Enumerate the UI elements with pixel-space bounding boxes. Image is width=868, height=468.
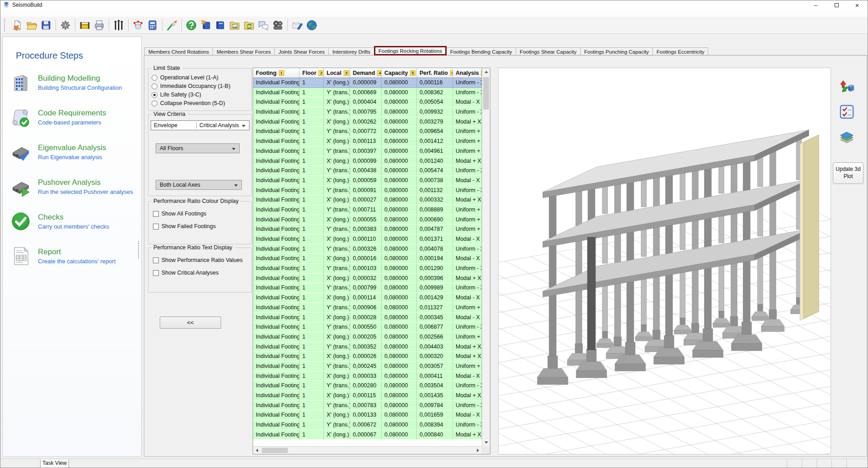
close-icon[interactable]: × xyxy=(847,0,868,9)
limit-state-radio[interactable]: Collapse Prevention (5-D) xyxy=(152,100,231,106)
floors-dropdown[interactable]: All Floors xyxy=(156,143,240,153)
results-tab[interactable]: Footings Shear Capacity xyxy=(516,47,581,55)
table-row[interactable]: Individual Footing 1 Y' (trans.) 0,00032… xyxy=(253,244,482,254)
section-icon[interactable] xyxy=(78,18,92,32)
help-icon[interactable] xyxy=(184,18,199,32)
book-icon[interactable] xyxy=(213,18,227,32)
table-row[interactable]: Individual Footing 1 X' (long.) 0,000033… xyxy=(253,372,482,381)
table-row[interactable]: Individual Footing 1 Y' (trans.) 0,00035… xyxy=(253,342,482,352)
table-row[interactable]: Individual Footing 1 X' (long.) 0,000059… xyxy=(253,176,482,186)
scroll-right-icon[interactable] xyxy=(474,447,482,454)
horizontal-scroll-thumb[interactable] xyxy=(262,448,288,453)
new-file-icon[interactable] xyxy=(10,18,24,32)
results-tab[interactable]: Footings Eccentricity xyxy=(652,47,708,55)
table-row[interactable]: Individual Footing 1 Y' (trans.) 0,00055… xyxy=(253,322,482,332)
table-row[interactable]: Individual Footing 1 X' (long.) 0,000205… xyxy=(253,332,482,342)
table-row[interactable]: Individual Footing 1 X' (long.) 0,000110… xyxy=(253,234,482,244)
table-row[interactable]: Individual Footing 1 X' (long.) 0,000099… xyxy=(253,156,482,166)
limit-state-radio[interactable]: Operational Level (1-A) xyxy=(152,74,231,81)
folder-sync-icon[interactable] xyxy=(242,18,256,32)
pen-letter-icon[interactable] xyxy=(290,18,305,32)
table-row[interactable]: Individual Footing 1 Y' (trans.) 0,00090… xyxy=(253,303,482,313)
axes-cube-icon[interactable] xyxy=(838,78,856,96)
table-row[interactable]: Individual Footing 1 X' (long.) 0,000113… xyxy=(253,137,482,147)
table-row[interactable]: Individual Footing 1 Y' (trans.) 0,00079… xyxy=(253,283,482,293)
checklist-icon[interactable] xyxy=(838,103,856,121)
colour-display-checkbox[interactable]: Show Failed Footings xyxy=(153,223,216,229)
3d-model-viewport[interactable] xyxy=(498,68,831,454)
table-row[interactable]: Individual Footing 1 X' (long.) 0,000016… xyxy=(253,254,482,264)
text-display-checkbox[interactable]: Show Critical Analyses xyxy=(153,270,243,276)
sidebar-item-report[interactable]: ReportCreate the calculations' report xyxy=(3,239,139,273)
table-row[interactable]: Individual Footing 1 X' (long.) 0,000032… xyxy=(253,274,482,284)
open-folder-icon[interactable] xyxy=(24,18,39,32)
table-row[interactable]: Individual Footing 1 Y' (trans.) 0,00010… xyxy=(253,264,482,274)
results-tab[interactable]: Footings Bending Capacity xyxy=(446,47,516,55)
model-3d-icon[interactable] xyxy=(131,18,145,32)
limit-state-radio[interactable]: Life Safety (3-C) xyxy=(152,92,231,98)
column-header[interactable]: Demand4 xyxy=(350,68,382,78)
calculator-icon[interactable] xyxy=(145,18,160,32)
table-row[interactable]: Individual Footing 1 X' (long.) 0,000028… xyxy=(253,313,482,323)
globe-icon[interactable] xyxy=(305,18,319,32)
save-icon[interactable] xyxy=(39,18,53,32)
sidebar-item-checks[interactable]: ChecksCarry out members' checks xyxy=(3,204,139,239)
menu-item[interactable] xyxy=(27,13,35,14)
table-row[interactable]: Individual Footing 1 X' (long.) 0,000133… xyxy=(253,410,482,420)
column-header[interactable]: Analysis7 xyxy=(453,68,482,78)
envelope-analysis-dropdown[interactable]: Envelope Critical Analysis xyxy=(151,120,249,130)
table-row[interactable]: Individual Footing 1 Y' (trans.) 0,00066… xyxy=(253,88,482,98)
results-tab[interactable]: Members Chord Rotations xyxy=(144,47,213,55)
sidebar-splitter-handle[interactable] xyxy=(138,241,139,258)
table-row[interactable]: Individual Footing 1 Y' (trans.) 0,00043… xyxy=(253,166,482,176)
table-row[interactable]: Individual Footing 1 Y' (trans.) 0,00024… xyxy=(253,362,482,372)
scroll-left-icon[interactable] xyxy=(253,447,261,454)
table-row[interactable]: Individual Footing 1 X' (long.) 0,000027… xyxy=(253,195,482,205)
folder-image-icon[interactable] xyxy=(227,18,242,32)
column-header[interactable]: Floor2 xyxy=(300,68,324,78)
minimize-icon[interactable]: – xyxy=(805,0,826,9)
update-3d-plot-button[interactable]: Update 3d Plot xyxy=(833,162,863,184)
vertical-scroll-thumb[interactable] xyxy=(483,77,489,110)
results-tab[interactable]: Interstorey Drifts xyxy=(328,47,374,55)
paintbrush-icon[interactable] xyxy=(165,18,179,32)
table-row[interactable]: Individual Footing 1 Y' (trans.) 0,00009… xyxy=(253,186,482,196)
table-row[interactable]: Individual Footing 1 Y' (trans.) 0,00071… xyxy=(253,205,482,215)
table-row[interactable]: Individual Footing 1 X' (long.) 0,000009… xyxy=(253,78,482,88)
sidebar-item-code-requirements[interactable]: Code RequirementsCode-based parameters xyxy=(3,100,139,134)
column-header[interactable]: Local3 xyxy=(324,68,350,78)
table-row[interactable]: Individual Footing 1 Y' (trans.) 0,00077… xyxy=(253,127,482,137)
results-tab[interactable]: Members Shear Forces xyxy=(212,47,275,55)
menu-item[interactable] xyxy=(10,13,18,14)
comments-icon[interactable] xyxy=(256,18,271,32)
table-row[interactable]: Individual Footing 1 Y' (trans.) 0,00079… xyxy=(253,107,482,117)
column-header[interactable]: Capacity5 xyxy=(382,68,417,78)
horizontal-scrollbar[interactable] xyxy=(253,446,482,454)
printer-icon[interactable] xyxy=(92,18,106,32)
table-row[interactable]: Individual Footing 1 X' (long.) 0,000115… xyxy=(253,391,482,401)
table-row[interactable]: Individual Footing 1 X' (long.) 0,000067… xyxy=(253,430,482,440)
results-tab[interactable]: Footings Rocking Rotations xyxy=(374,46,447,55)
table-row[interactable]: Individual Footing 1 Y' (trans.) 0,00028… xyxy=(253,381,482,391)
table-row[interactable]: Individual Footing 1 Y' (trans.) 0,00067… xyxy=(253,420,482,430)
table-row[interactable]: Individual Footing 1 X' (long.) 0,000114… xyxy=(253,293,482,303)
results-tab[interactable]: Joints Shear Forces xyxy=(274,47,328,55)
menu-item[interactable] xyxy=(18,13,27,14)
axes-dropdown[interactable]: Both Local Axes xyxy=(156,180,242,190)
table-row[interactable]: Individual Footing 1 X' (long.) 0,000262… xyxy=(253,117,482,127)
table-row[interactable]: Individual Footing 1 Y' (trans.) 0,00038… xyxy=(253,225,482,234)
sidebar-item-building-modelling[interactable]: Building ModellingBuilding Structural Co… xyxy=(3,65,139,100)
book-new-icon[interactable] xyxy=(199,18,213,32)
scroll-down-icon[interactable] xyxy=(482,439,490,446)
results-tab[interactable]: Footings Punching Capacity xyxy=(580,47,653,55)
table-row[interactable]: Individual Footing 1 X' (long.) 0,000404… xyxy=(253,97,482,107)
film-icon[interactable] xyxy=(271,18,285,32)
limit-state-radio[interactable]: Immediate Occupancy (1-B) xyxy=(152,83,231,89)
menu-item[interactable] xyxy=(2,13,10,14)
table-row[interactable]: Individual Footing 1 X' (long.) 0,000055… xyxy=(253,215,482,225)
gear-icon[interactable] xyxy=(58,18,73,32)
text-display-checkbox[interactable]: Show Performance Ratio Values xyxy=(153,257,243,263)
task-view-tab[interactable]: Task View xyxy=(40,459,69,468)
frame-icon[interactable] xyxy=(111,18,126,32)
layers-icon[interactable] xyxy=(838,129,856,147)
